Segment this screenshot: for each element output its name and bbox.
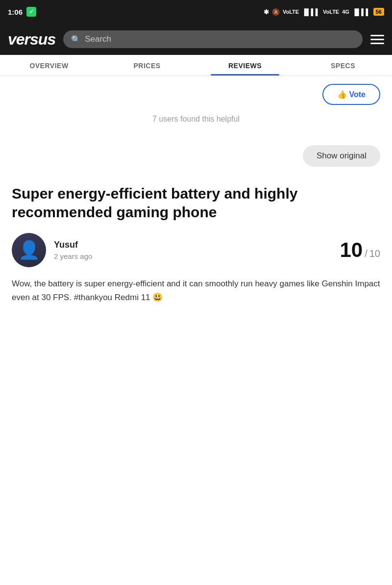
time-display: 1:06: [8, 8, 23, 16]
lte-icon: VoLTE: [283, 9, 299, 15]
bluetooth-icon: ✱: [264, 8, 269, 16]
score-max: 10: [369, 248, 380, 259]
helpful-count: 7 users found this helpful: [12, 111, 380, 133]
reviewer-info: Yusuf 2 years ago: [54, 240, 332, 260]
hamburger-line-3: [370, 43, 384, 44]
status-right: ✱ 🔕 VoLTE ▐▌▌▌ VoLTE 4G ▐▌▌▌ 56: [264, 8, 384, 16]
signal-bars-2: ▐▌▌▌: [352, 8, 370, 16]
reviewer-time: 2 years ago: [54, 252, 332, 260]
vote-button[interactable]: 👍 Vote: [322, 84, 380, 105]
review-content: Super energy-efficient battery and highl…: [0, 177, 392, 316]
score-divider: /: [365, 248, 368, 259]
tab-reviews[interactable]: REVIEWS: [196, 55, 294, 76]
show-original-section: Show original: [0, 141, 392, 177]
whatsapp-icon: ✓: [26, 7, 36, 17]
avatar: [12, 233, 46, 267]
tab-overview[interactable]: OVERVIEW: [0, 55, 98, 76]
status-bar: 1:06 ✓ ✱ 🔕 VoLTE ▐▌▌▌ VoLTE 4G ▐▌▌▌ 56: [0, 0, 392, 24]
reviewer-name: Yusuf: [54, 240, 332, 250]
status-left: 1:06 ✓: [8, 7, 36, 17]
signal-bars-1: ▐▌▌▌: [302, 8, 320, 16]
tab-prices[interactable]: PRICES: [98, 55, 196, 76]
nav-tabs: OVERVIEW PRICES REVIEWS SPECS: [0, 55, 392, 76]
review-title: Super energy-efficient battery and highl…: [12, 184, 380, 221]
search-input[interactable]: [85, 34, 355, 44]
versus-logo: versus: [8, 30, 55, 49]
mute-icon: 🔕: [272, 8, 280, 16]
app-header: versus 🔍: [0, 24, 392, 55]
hamburger-line-2: [370, 39, 384, 40]
tab-specs[interactable]: SPECS: [294, 55, 392, 76]
vote-section: 👍 Vote 7 users found this helpful: [0, 76, 392, 141]
score-value: 10: [340, 240, 363, 260]
review-body: Wow, the battery is super energy-efficie…: [12, 277, 380, 305]
hamburger-line-1: [370, 35, 384, 36]
lte-icon-2: VoLTE: [323, 9, 339, 15]
battery-display: 56: [373, 8, 384, 16]
reviewer-section: Yusuf 2 years ago 10 / 10: [12, 233, 380, 267]
search-bar[interactable]: 🔍: [63, 30, 363, 48]
main-content: 👍 Vote 7 users found this helpful Show o…: [0, 76, 392, 316]
4g-icon: 4G: [342, 9, 349, 15]
review-score: 10 / 10: [340, 240, 380, 260]
hamburger-menu-button[interactable]: [370, 35, 384, 44]
search-icon: 🔍: [71, 35, 81, 44]
show-original-button[interactable]: Show original: [303, 145, 380, 167]
